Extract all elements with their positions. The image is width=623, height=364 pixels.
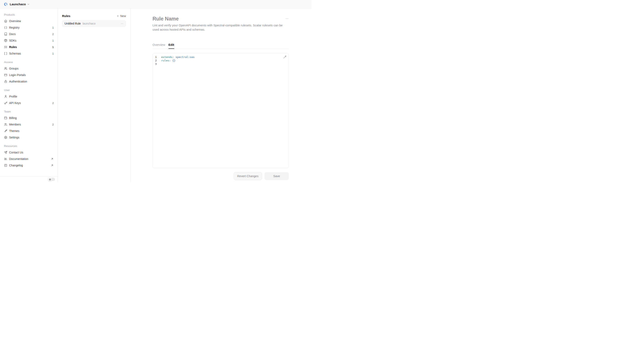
code-text: extends: spectral:oas	[161, 56, 195, 59]
main-area: Rule Name Lint and verify your OpenAPI d…	[131, 8, 312, 182]
list-checks-icon	[4, 45, 7, 49]
sidebar-item-themes[interactable]: Themes	[4, 128, 54, 134]
tab-bar: OverviewEdit	[153, 43, 289, 49]
paintbrush-icon	[4, 129, 7, 132]
sidebar-item-label: Rules	[9, 45, 17, 49]
users-round-icon	[4, 123, 7, 126]
tab-edit[interactable]: Edit	[169, 43, 174, 49]
line-number: 1	[155, 56, 158, 59]
sidebar-section-user: UserProfileAPI Keys2	[4, 87, 54, 106]
sidebar-section-label: Resources	[4, 143, 54, 149]
code-text: rules: {}	[161, 59, 176, 62]
package-icon	[4, 39, 7, 42]
theme-toggle-row	[0, 176, 58, 182]
sidebar-section-label: Products	[4, 11, 54, 18]
users-icon	[4, 67, 7, 70]
arrow-up-right-icon	[50, 164, 54, 167]
tab-overview[interactable]: Overview	[153, 43, 165, 49]
sidebar-item-label: Groups	[9, 67, 19, 70]
sidebar-item-billing[interactable]: Billing	[4, 115, 54, 121]
page-title: Rule Name	[153, 16, 179, 21]
workspace-name: Launchaco	[10, 2, 26, 6]
item-count-badge: 2	[52, 102, 54, 105]
workspace-switcher[interactable]: Launchaco	[3, 2, 30, 6]
sidebar-item-docs[interactable]: Docs2	[4, 31, 54, 37]
gear-icon	[4, 136, 7, 139]
code-lines: 1extends: spectral:oas2rules: {}3	[153, 53, 289, 66]
brackets-icon	[4, 52, 7, 55]
sidebar-item-settings[interactable]: Settings	[4, 134, 54, 141]
line-number: 2	[155, 59, 158, 62]
editor-actions: Revert Changes Save	[153, 172, 289, 180]
library-icon	[4, 157, 7, 161]
new-rule-label: New	[120, 14, 126, 18]
item-count-badge: 1	[52, 39, 54, 42]
item-count-badge: 1	[52, 46, 54, 49]
item-count-badge: 2	[52, 33, 54, 36]
sidebar-item-contact-us[interactable]: Contact Us	[4, 149, 54, 156]
sidebar-item-api-keys[interactable]: API Keys2	[4, 100, 54, 106]
sidebar-section-resources: ResourcesContact UsDocumentationChangelo…	[4, 143, 54, 169]
sidebar-item-rules[interactable]: Rules1	[4, 44, 54, 50]
sidebar-item-schemas[interactable]: Schemas1	[4, 50, 54, 57]
plus-icon	[116, 15, 119, 18]
sidebar-item-documentation[interactable]: Documentation	[4, 156, 54, 162]
ellipsis-icon[interactable]	[285, 17, 289, 21]
rule-code-editor[interactable]: 1extends: spectral:oas2rules: {}3	[153, 53, 289, 168]
active-tab-underline	[169, 48, 174, 49]
sidebar-item-sdks[interactable]: SDKs1	[4, 37, 54, 44]
rules-panel-title: Rules	[62, 14, 70, 18]
sidebar-item-label: Themes	[9, 129, 20, 132]
sidebar-item-label: API Keys	[9, 101, 21, 105]
sidebar-item-label: Settings	[9, 136, 20, 139]
sidebar-sections: ProductsOverviewRegistry1Docs2SDKs1Rules…	[4, 11, 54, 169]
sidebar-item-label: Authentication	[9, 80, 27, 83]
home-icon	[4, 20, 7, 23]
sidebar-item-authentication[interactable]: Authentication	[4, 78, 54, 85]
ellipsis-icon[interactable]	[120, 22, 124, 25]
rule-list: Untitled Rulelaunchaco	[62, 20, 126, 27]
item-count-badge: 2	[52, 123, 54, 126]
sidebar-item-login-portals[interactable]: Login Portals	[4, 72, 54, 78]
sidebar-item-overview[interactable]: Overview	[4, 18, 54, 24]
code-line: 3	[155, 62, 289, 66]
sidebar-item-label: Overview	[9, 20, 21, 23]
sidebar-section-team: TeamBillingMembers2ThemesSettings	[4, 108, 54, 141]
sun-icon	[49, 178, 51, 181]
sidebar-item-label: Documentation	[9, 157, 28, 161]
chevron-down-icon	[27, 3, 30, 6]
page-description: Lint and verify your OpenAPI documents w…	[153, 23, 289, 32]
sidebar-item-registry[interactable]: Registry1	[4, 24, 54, 31]
arrow-up-right-icon	[50, 157, 54, 161]
new-rule-button[interactable]: New	[116, 14, 126, 18]
sidebar-item-groups[interactable]: Groups	[4, 65, 54, 72]
theme-toggle[interactable]	[48, 177, 55, 182]
rule-list-item[interactable]: Untitled Rulelaunchaco	[62, 20, 126, 27]
app-shell: ProductsOverviewRegistry1Docs2SDKs1Rules…	[0, 8, 312, 182]
unicorn-logo	[3, 2, 8, 6]
save-button[interactable]: Save	[265, 172, 289, 180]
sidebar-item-label: Docs	[9, 32, 16, 36]
rule-item-namespace: launchaco	[83, 22, 95, 25]
sidebar-section-label: Access	[4, 59, 54, 65]
code-line: 2rules: {}	[155, 59, 289, 62]
sidebar: ProductsOverviewRegistry1Docs2SDKs1Rules…	[0, 8, 58, 182]
item-count-badge: 1	[52, 26, 54, 29]
sidebar-item-label: Changelog	[9, 164, 23, 167]
wallet-icon	[4, 116, 7, 120]
note-icon	[4, 164, 7, 167]
sidebar-item-label: Contact Us	[9, 151, 23, 154]
line-number: 3	[155, 63, 158, 65]
user-icon	[4, 95, 7, 98]
sidebar-item-changelog[interactable]: Changelog	[4, 162, 54, 169]
wand-sparkles-icon[interactable]	[283, 55, 287, 59]
book-icon	[4, 32, 7, 36]
sidebar-item-members[interactable]: Members2	[4, 121, 54, 128]
sidebar-item-profile[interactable]: Profile	[4, 93, 54, 100]
revert-changes-button[interactable]: Revert Changes	[234, 172, 262, 180]
send-icon	[4, 151, 7, 154]
sidebar-item-label: SDKs	[9, 39, 16, 42]
sidebar-item-label: Profile	[9, 95, 17, 98]
key-icon	[4, 101, 7, 105]
toggle-knob	[48, 177, 52, 182]
